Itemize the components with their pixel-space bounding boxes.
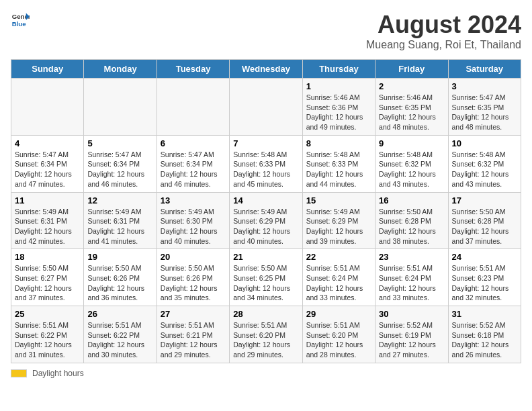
day-info: Sunrise: 5:51 AM Sunset: 6:23 PM Dayligh… bbox=[452, 263, 517, 303]
calendar-cell-w5-d4: 28Sunrise: 5:51 AM Sunset: 6:20 PM Dayli… bbox=[230, 306, 302, 363]
day-number: 17 bbox=[452, 195, 517, 205]
day-info: Sunrise: 5:50 AM Sunset: 6:28 PM Dayligh… bbox=[452, 207, 517, 246]
day-number: 12 bbox=[87, 195, 152, 205]
day-number: 10 bbox=[452, 138, 517, 148]
calendar-week-3: 11Sunrise: 5:49 AM Sunset: 6:31 PM Dayli… bbox=[11, 192, 521, 249]
day-info: Sunrise: 5:48 AM Sunset: 6:33 PM Dayligh… bbox=[306, 150, 371, 189]
day-number: 21 bbox=[233, 252, 298, 262]
calendar-cell-w2-d3: 6Sunrise: 5:47 AM Sunset: 6:34 PM Daylig… bbox=[157, 135, 229, 192]
day-info: Sunrise: 5:48 AM Sunset: 6:32 PM Dayligh… bbox=[379, 150, 444, 189]
title-area: August 2024 Mueang Suang, Roi Et, Thaila… bbox=[366, 11, 521, 51]
svg-text:Blue: Blue bbox=[12, 20, 26, 28]
day-info: Sunrise: 5:46 AM Sunset: 6:35 PM Dayligh… bbox=[379, 93, 444, 132]
day-header-row: SundayMondayTuesdayWednesdayThursdayFrid… bbox=[11, 60, 521, 79]
day-info: Sunrise: 5:51 AM Sunset: 6:24 PM Dayligh… bbox=[379, 263, 444, 303]
day-info: Sunrise: 5:51 AM Sunset: 6:24 PM Dayligh… bbox=[306, 263, 371, 303]
calendar-cell-w3-d6: 16Sunrise: 5:50 AM Sunset: 6:28 PM Dayli… bbox=[375, 192, 448, 249]
day-number: 13 bbox=[161, 195, 226, 205]
day-header-thursday: Thursday bbox=[302, 60, 375, 79]
calendar-cell-w2-d7: 10Sunrise: 5:48 AM Sunset: 6:32 PM Dayli… bbox=[448, 135, 521, 192]
day-number: 18 bbox=[15, 252, 80, 262]
calendar-cell-w2-d2: 5Sunrise: 5:47 AM Sunset: 6:34 PM Daylig… bbox=[84, 135, 157, 192]
calendar-cell-w1-d1 bbox=[11, 79, 84, 136]
main-title: August 2024 bbox=[366, 11, 521, 39]
daylight-label: Daylight hours bbox=[32, 369, 84, 378]
calendar-week-2: 4Sunrise: 5:47 AM Sunset: 6:34 PM Daylig… bbox=[11, 135, 521, 192]
day-info: Sunrise: 5:47 AM Sunset: 6:34 PM Dayligh… bbox=[161, 150, 226, 189]
calendar-cell-w3-d7: 17Sunrise: 5:50 AM Sunset: 6:28 PM Dayli… bbox=[448, 192, 521, 249]
day-number: 2 bbox=[379, 81, 444, 91]
day-number: 16 bbox=[379, 195, 444, 205]
day-number: 28 bbox=[233, 309, 298, 319]
calendar-cell-w4-d1: 18Sunrise: 5:50 AM Sunset: 6:27 PM Dayli… bbox=[11, 249, 84, 306]
day-info: Sunrise: 5:51 AM Sunset: 6:20 PM Dayligh… bbox=[306, 320, 371, 360]
calendar-cell-w1-d5: 1Sunrise: 5:46 AM Sunset: 6:36 PM Daylig… bbox=[302, 79, 375, 136]
day-number: 27 bbox=[161, 309, 226, 319]
day-number: 6 bbox=[161, 138, 226, 148]
day-number: 29 bbox=[306, 309, 371, 319]
day-info: Sunrise: 5:50 AM Sunset: 6:27 PM Dayligh… bbox=[15, 263, 80, 303]
day-number: 31 bbox=[452, 309, 517, 319]
day-number: 19 bbox=[87, 252, 152, 262]
day-info: Sunrise: 5:51 AM Sunset: 6:22 PM Dayligh… bbox=[87, 320, 152, 360]
day-info: Sunrise: 5:48 AM Sunset: 6:32 PM Dayligh… bbox=[452, 150, 517, 189]
calendar-cell-w3-d1: 11Sunrise: 5:49 AM Sunset: 6:31 PM Dayli… bbox=[11, 192, 84, 249]
header: General Blue August 2024 Mueang Suang, R… bbox=[11, 11, 521, 51]
calendar-week-4: 18Sunrise: 5:50 AM Sunset: 6:27 PM Dayli… bbox=[11, 249, 521, 306]
logo: General Blue bbox=[11, 11, 30, 30]
day-number: 4 bbox=[15, 138, 80, 148]
calendar-cell-w4-d7: 24Sunrise: 5:51 AM Sunset: 6:23 PM Dayli… bbox=[448, 249, 521, 306]
calendar-week-5: 25Sunrise: 5:51 AM Sunset: 6:22 PM Dayli… bbox=[11, 306, 521, 363]
day-info: Sunrise: 5:51 AM Sunset: 6:20 PM Dayligh… bbox=[233, 320, 298, 360]
calendar-cell-w4-d5: 22Sunrise: 5:51 AM Sunset: 6:24 PM Dayli… bbox=[302, 249, 375, 306]
day-header-friday: Friday bbox=[375, 60, 448, 79]
calendar-cell-w1-d4 bbox=[230, 79, 302, 136]
calendar-cell-w5-d1: 25Sunrise: 5:51 AM Sunset: 6:22 PM Dayli… bbox=[11, 306, 84, 363]
day-info: Sunrise: 5:47 AM Sunset: 6:34 PM Dayligh… bbox=[87, 150, 152, 189]
day-info: Sunrise: 5:50 AM Sunset: 6:26 PM Dayligh… bbox=[161, 263, 226, 303]
day-info: Sunrise: 5:51 AM Sunset: 6:22 PM Dayligh… bbox=[15, 320, 80, 360]
day-number: 11 bbox=[15, 195, 80, 205]
day-header-sunday: Sunday bbox=[11, 60, 84, 79]
calendar-body: 1Sunrise: 5:46 AM Sunset: 6:36 PM Daylig… bbox=[11, 79, 521, 363]
calendar-cell-w1-d7: 3Sunrise: 5:47 AM Sunset: 6:35 PM Daylig… bbox=[448, 79, 521, 136]
day-number: 15 bbox=[306, 195, 371, 205]
day-number: 20 bbox=[161, 252, 226, 262]
day-number: 24 bbox=[452, 252, 517, 262]
day-info: Sunrise: 5:52 AM Sunset: 6:18 PM Dayligh… bbox=[452, 320, 517, 360]
day-number: 26 bbox=[87, 309, 152, 319]
day-header-saturday: Saturday bbox=[448, 60, 521, 79]
day-number: 7 bbox=[233, 138, 298, 148]
day-number: 30 bbox=[379, 309, 444, 319]
calendar-cell-w5-d6: 30Sunrise: 5:52 AM Sunset: 6:19 PM Dayli… bbox=[375, 306, 448, 363]
day-number: 8 bbox=[306, 138, 371, 148]
day-info: Sunrise: 5:51 AM Sunset: 6:21 PM Dayligh… bbox=[161, 320, 226, 360]
calendar-cell-w2-d1: 4Sunrise: 5:47 AM Sunset: 6:34 PM Daylig… bbox=[11, 135, 84, 192]
day-info: Sunrise: 5:49 AM Sunset: 6:29 PM Dayligh… bbox=[233, 207, 298, 246]
calendar-cell-w3-d3: 13Sunrise: 5:49 AM Sunset: 6:30 PM Dayli… bbox=[157, 192, 229, 249]
calendar-cell-w2-d6: 9Sunrise: 5:48 AM Sunset: 6:32 PM Daylig… bbox=[375, 135, 448, 192]
calendar-cell-w3-d2: 12Sunrise: 5:49 AM Sunset: 6:31 PM Dayli… bbox=[84, 192, 157, 249]
day-number: 14 bbox=[233, 195, 298, 205]
calendar-cell-w4-d3: 20Sunrise: 5:50 AM Sunset: 6:26 PM Dayli… bbox=[157, 249, 229, 306]
calendar-cell-w1-d6: 2Sunrise: 5:46 AM Sunset: 6:35 PM Daylig… bbox=[375, 79, 448, 136]
calendar-cell-w1-d3 bbox=[157, 79, 229, 136]
calendar-cell-w4-d4: 21Sunrise: 5:50 AM Sunset: 6:25 PM Dayli… bbox=[230, 249, 302, 306]
day-number: 23 bbox=[379, 252, 444, 262]
calendar-cell-w3-d5: 15Sunrise: 5:49 AM Sunset: 6:29 PM Dayli… bbox=[302, 192, 375, 249]
calendar-table: SundayMondayTuesdayWednesdayThursdayFrid… bbox=[11, 59, 521, 363]
day-number: 25 bbox=[15, 309, 80, 319]
calendar-cell-w3-d4: 14Sunrise: 5:49 AM Sunset: 6:29 PM Dayli… bbox=[230, 192, 302, 249]
calendar-cell-w5-d3: 27Sunrise: 5:51 AM Sunset: 6:21 PM Dayli… bbox=[157, 306, 229, 363]
subtitle: Mueang Suang, Roi Et, Thailand bbox=[366, 39, 521, 51]
day-info: Sunrise: 5:50 AM Sunset: 6:26 PM Dayligh… bbox=[87, 263, 152, 303]
day-info: Sunrise: 5:50 AM Sunset: 6:25 PM Dayligh… bbox=[233, 263, 298, 303]
calendar-cell-w5-d2: 26Sunrise: 5:51 AM Sunset: 6:22 PM Dayli… bbox=[84, 306, 157, 363]
day-header-tuesday: Tuesday bbox=[157, 60, 229, 79]
calendar-week-1: 1Sunrise: 5:46 AM Sunset: 6:36 PM Daylig… bbox=[11, 79, 521, 136]
calendar-cell-w1-d2 bbox=[84, 79, 157, 136]
day-info: Sunrise: 5:49 AM Sunset: 6:31 PM Dayligh… bbox=[87, 207, 152, 246]
daylight-bar-icon bbox=[11, 369, 27, 377]
calendar-cell-w5-d7: 31Sunrise: 5:52 AM Sunset: 6:18 PM Dayli… bbox=[448, 306, 521, 363]
day-info: Sunrise: 5:49 AM Sunset: 6:30 PM Dayligh… bbox=[161, 207, 226, 246]
